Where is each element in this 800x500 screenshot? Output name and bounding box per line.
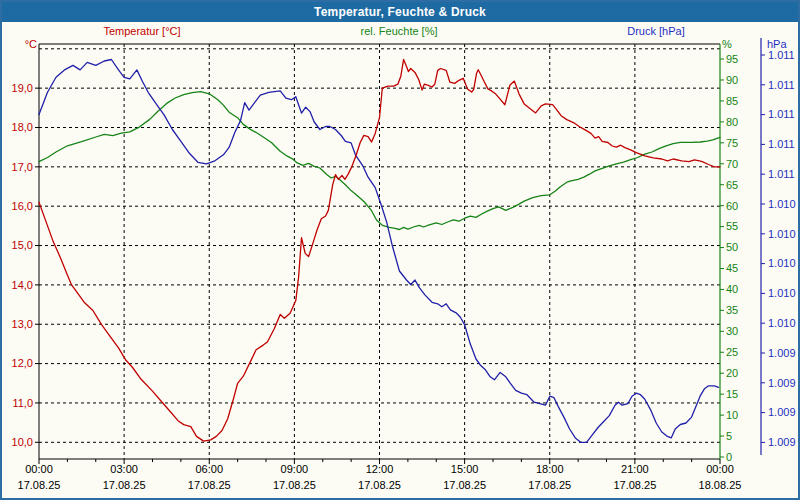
humidity-axis-tick-label: 65 (726, 179, 738, 191)
humidity-axis-tick-label: 10 (726, 409, 738, 421)
pressure-axis-tick-label: 1.009 (768, 347, 796, 359)
temperature-axis: 19,018,017,016,015,014,013,012,011,010,0 (12, 82, 39, 448)
x-axis-time-label: 03:00 (110, 463, 138, 475)
humidity-axis-tick-label: 30 (726, 325, 738, 337)
x-axis-date-label: 17.08.25 (528, 479, 571, 491)
humidity-axis-tick-label: 15 (726, 388, 738, 400)
temperature-axis-tick-label: 11,0 (12, 397, 33, 409)
humidity-axis-tick-label: 45 (726, 262, 738, 274)
chart-canvas: 19,018,017,016,015,014,013,012,011,010,0… (2, 2, 798, 498)
x-axis-date-label: 18.08.25 (699, 479, 742, 491)
humidity-axis-tick-label: 40 (726, 283, 738, 295)
temperature-axis-tick-label: 10,0 (12, 436, 33, 448)
temperature-axis-tick-label: 14,0 (12, 279, 33, 291)
pressure-axis-tick-label: 1.010 (768, 317, 796, 329)
pressure-axis-tick-label: 1.009 (768, 436, 796, 448)
x-axis-time-label: 00:00 (25, 463, 53, 475)
x-axis-time-label: 21:00 (621, 463, 649, 475)
x-axis-date-label: 17.08.25 (273, 479, 316, 491)
x-axis-date-label: 17.08.25 (18, 479, 61, 491)
temperature-axis-tick-label: 12,0 (12, 357, 33, 369)
humidity-axis-tick-label: 0 (726, 451, 732, 463)
pressure-axis-tick-label: 1.010 (768, 198, 796, 210)
humidity-axis-tick-label: 50 (726, 241, 738, 253)
pressure-axis-tick-label: 1.011 (768, 49, 795, 61)
humidity-axis-tick-label: 80 (726, 116, 738, 128)
pressure-axis: 1.0111.0111.0111.0111.0111.0101.0101.010… (761, 38, 796, 455)
temperature-axis-tick-label: 19,0 (12, 82, 33, 94)
humidity-axis-tick-label: 55 (726, 220, 738, 232)
x-axis-time-label: 06:00 (195, 463, 223, 475)
x-axis-time-label: 18:00 (536, 463, 564, 475)
x-axis-time-label: 12:00 (366, 463, 394, 475)
pressure-axis-tick-label: 1.011 (768, 138, 795, 150)
humidity-axis-tick-label: 5 (726, 430, 732, 442)
pressure-axis-tick-label: 1.011 (768, 79, 795, 91)
weather-chart-window: Temperatur, Feuchte & Druck Temperatur [… (0, 0, 800, 500)
temperature-axis-tick-label: 13,0 (12, 318, 33, 330)
temperature-axis-tick-label: 15,0 (12, 239, 33, 251)
temperature-axis-tick-label: 16,0 (12, 200, 33, 212)
x-axis-time-label: 00:00 (706, 463, 734, 475)
x-axis-date-label: 17.08.25 (103, 479, 146, 491)
humidity-axis-tick-label: 95 (726, 53, 738, 65)
pressure-axis-tick-label: 1.009 (768, 406, 796, 418)
humidity-axis-tick-label: 20 (726, 367, 738, 379)
x-axis: 00:0017.08.2503:0017.08.2506:0017.08.250… (18, 459, 742, 491)
temperature-axis-tick-label: 17,0 (12, 161, 33, 173)
humidity-axis-tick-label: 85 (726, 95, 738, 107)
humidity-axis-tick-label: 60 (726, 200, 738, 212)
humidity-axis-tick-label: 75 (726, 137, 738, 149)
x-axis-date-label: 17.08.25 (613, 479, 656, 491)
humidity-axis-tick-label: 90 (726, 74, 738, 86)
x-axis-date-label: 17.08.25 (443, 479, 486, 491)
humidity-axis: 95908580757065605550454035302520151050 (720, 44, 738, 463)
temperature-axis-tick-label: 18,0 (12, 121, 33, 133)
humidity-axis-tick-label: 35 (726, 304, 738, 316)
pressure-axis-tick-label: 1.011 (768, 108, 795, 120)
humidity-axis-tick-label: 25 (726, 346, 738, 358)
x-axis-time-label: 15:00 (451, 463, 479, 475)
pressure-axis-tick-label: 1.010 (768, 287, 796, 299)
pressure-curve (39, 60, 719, 443)
x-axis-date-label: 17.08.25 (358, 479, 401, 491)
pressure-axis-tick-label: 1.010 (768, 228, 796, 240)
pressure-axis-tick-label: 1.010 (768, 257, 796, 269)
humidity-axis-tick-label: 70 (726, 158, 738, 170)
pressure-axis-tick-label: 1.011 (768, 168, 795, 180)
pressure-axis-tick-label: 1.009 (768, 377, 796, 389)
x-axis-time-label: 09:00 (281, 463, 309, 475)
gridlines (39, 44, 720, 459)
x-axis-date-label: 17.08.25 (188, 479, 231, 491)
